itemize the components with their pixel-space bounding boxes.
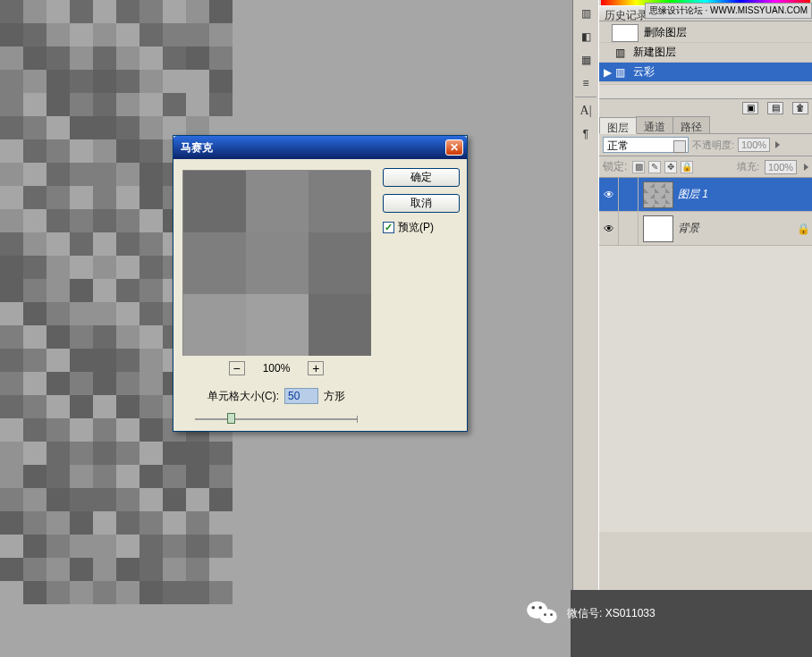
lock-transparent-icon[interactable]: ▩ bbox=[632, 161, 645, 173]
color-icon[interactable]: ◧ bbox=[576, 27, 596, 46]
text-tool-icon[interactable]: A| bbox=[576, 101, 596, 121]
cancel-button[interactable]: 取消 bbox=[383, 194, 460, 213]
svg-point-5 bbox=[550, 613, 553, 616]
swatch-icon[interactable]: ▦ bbox=[576, 50, 596, 70]
history-label: 删除图层 bbox=[644, 25, 687, 40]
source-watermark: 思缘设计论坛 · WWW.MISSYUAN.COM bbox=[645, 3, 812, 19]
play-icon: ▶ bbox=[603, 66, 612, 79]
chevron-right-icon[interactable] bbox=[775, 141, 780, 148]
tool-dock: ▥ ◧ ▦ ≡ A| ¶ bbox=[572, 0, 599, 657]
fill-label: 填充: bbox=[737, 160, 759, 173]
styles-icon[interactable]: ≡ bbox=[576, 73, 596, 93]
ok-button[interactable]: 确定 bbox=[383, 168, 460, 187]
dialog-titlebar[interactable]: 马赛克 ✕ bbox=[173, 136, 467, 159]
history-list: 删除图层 ▥ 新建图层 ▶ ▥ 云彩 bbox=[599, 21, 812, 84]
history-footer: ▣ ▤ 🗑 bbox=[599, 98, 812, 116]
zoom-in-button[interactable]: + bbox=[308, 361, 324, 375]
right-panels: 思缘设计论坛 · WWW.MISSYUAN.COM 历史记录 删除图层 ▥ 新建… bbox=[599, 0, 812, 657]
dialog-title: 马赛克 bbox=[181, 140, 445, 156]
opacity-input[interactable]: 100% bbox=[738, 138, 770, 152]
opacity-label: 不透明度: bbox=[692, 139, 734, 152]
lock-label: 锁定: bbox=[603, 159, 627, 174]
history-item[interactable]: ▥ 新建图层 bbox=[599, 43, 812, 63]
lock-brush-icon[interactable]: ✎ bbox=[648, 161, 661, 173]
paragraph-icon[interactable]: ¶ bbox=[576, 124, 596, 144]
history-item[interactable]: 删除图层 bbox=[599, 23, 812, 43]
fill-input[interactable]: 100% bbox=[765, 160, 797, 174]
tab-layers[interactable]: 图层 bbox=[599, 117, 637, 134]
wechat-label: 微信号: XS011033 bbox=[567, 606, 656, 621]
layers-list: 👁 图层 1 👁 背景 🔒 bbox=[599, 178, 812, 246]
svg-point-4 bbox=[544, 613, 546, 616]
cell-size-unit: 方形 bbox=[324, 389, 345, 404]
history-label: 新建图层 bbox=[633, 45, 676, 60]
tab-channels[interactable]: 通道 bbox=[636, 116, 673, 133]
layer-row[interactable]: 👁 图层 1 bbox=[599, 178, 812, 212]
blend-mode-select[interactable]: 正常 bbox=[603, 137, 689, 153]
layer-thumb[interactable] bbox=[643, 215, 673, 242]
document-icon: ▥ bbox=[612, 65, 628, 80]
history-item[interactable]: ▶ ▥ 云彩 bbox=[599, 63, 812, 82]
lock-icon: 🔒 bbox=[794, 223, 812, 235]
lock-all-icon[interactable]: 🔒 bbox=[681, 161, 693, 173]
preview-checkbox[interactable]: ✓ bbox=[383, 222, 394, 233]
close-icon[interactable]: ✕ bbox=[445, 139, 463, 156]
svg-point-1 bbox=[539, 609, 556, 623]
layer-panel-tabs: 图层 通道 路径 bbox=[599, 116, 812, 134]
snapshot-icon[interactable]: ▣ bbox=[742, 102, 758, 114]
lock-move-icon[interactable]: ✥ bbox=[664, 161, 677, 173]
wechat-watermark: 微信号: XS011033 bbox=[526, 599, 656, 628]
visibility-icon[interactable]: 👁 bbox=[599, 212, 619, 245]
link-cell[interactable] bbox=[619, 212, 639, 245]
history-thumb-icon bbox=[612, 24, 639, 42]
visibility-icon[interactable]: 👁 bbox=[599, 178, 619, 211]
zoom-value: 100% bbox=[263, 362, 291, 375]
document-icon: ▥ bbox=[612, 46, 628, 60]
cell-size-label: 单元格大小(C): bbox=[207, 389, 279, 404]
tab-paths[interactable]: 路径 bbox=[672, 116, 710, 133]
layer-name[interactable]: 图层 1 bbox=[678, 187, 812, 202]
navigator-icon[interactable]: ▥ bbox=[576, 4, 596, 23]
cell-size-input[interactable]: 50 bbox=[284, 388, 318, 404]
chevron-right-icon[interactable] bbox=[804, 164, 808, 171]
preview-label: 预览(P) bbox=[398, 220, 434, 235]
layer-thumb[interactable] bbox=[643, 181, 673, 208]
new-icon[interactable]: ▤ bbox=[767, 102, 783, 114]
layer-name[interactable]: 背景 bbox=[678, 221, 794, 236]
lock-buttons: ▩ ✎ ✥ 🔒 bbox=[632, 161, 693, 173]
link-cell[interactable] bbox=[619, 178, 639, 211]
slider-thumb[interactable] bbox=[227, 413, 235, 424]
svg-point-2 bbox=[532, 606, 536, 610]
zoom-out-button[interactable]: − bbox=[229, 361, 245, 375]
history-label: 云彩 bbox=[633, 64, 655, 80]
trash-icon[interactable]: 🗑 bbox=[792, 102, 808, 114]
mosaic-preview[interactable] bbox=[182, 170, 370, 356]
layers-empty-area bbox=[599, 246, 812, 532]
mosaic-dialog: 马赛克 ✕ − 100% + 单元格大小(C): 50 bbox=[173, 135, 468, 432]
wechat-icon bbox=[526, 599, 558, 628]
layer-row[interactable]: 👁 背景 🔒 bbox=[599, 212, 812, 246]
svg-point-3 bbox=[538, 606, 542, 610]
cell-size-slider[interactable] bbox=[195, 413, 358, 425]
